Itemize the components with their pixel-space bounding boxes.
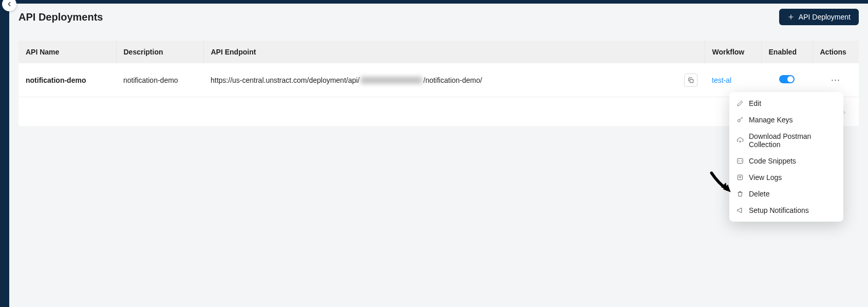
copy-endpoint-button[interactable]: [684, 74, 697, 87]
left-sidebar-collapsed: [0, 4, 9, 307]
trash-icon: [737, 190, 744, 197]
svg-rect-4: [738, 158, 743, 163]
endpoint-text: https://us-central.unstract.com/deployme…: [211, 76, 482, 84]
megaphone-icon: [737, 207, 744, 214]
page-content: API Deployments API Deployment API Name …: [9, 4, 868, 307]
cell-description: notification-demo: [116, 63, 203, 97]
endpoint-suffix: /notification-demo/: [423, 76, 482, 84]
menu-item-edit[interactable]: Edit: [729, 95, 843, 112]
page-title: API Deployments: [18, 11, 103, 23]
code-icon: [737, 157, 744, 165]
row-actions-button[interactable]: ···: [827, 73, 844, 87]
page-header: API Deployments API Deployment: [9, 4, 868, 30]
endpoint-redacted-org-id: [361, 77, 422, 84]
menu-item-view-logs[interactable]: View Logs: [729, 169, 843, 186]
menu-label-delete: Delete: [749, 190, 769, 198]
menu-label-code-snippets: Code Snippets: [749, 157, 796, 165]
edit-icon: [737, 100, 744, 107]
svg-rect-5: [738, 175, 742, 179]
menu-item-delete[interactable]: Delete: [729, 186, 843, 202]
row-actions-menu: Edit Manage Keys Download Postman Collec…: [729, 92, 843, 222]
menu-label-setup-notifications: Setup Notifications: [749, 206, 809, 214]
col-header-enabled: Enabled: [761, 41, 813, 63]
menu-item-setup-notifications[interactable]: Setup Notifications: [729, 202, 843, 219]
col-header-api-name: API Name: [18, 41, 116, 63]
workflow-link[interactable]: test-al: [712, 76, 731, 84]
col-header-actions: Actions: [813, 41, 859, 63]
menu-label-manage-keys: Manage Keys: [749, 116, 793, 124]
menu-label-view-logs: View Logs: [749, 173, 782, 182]
svg-point-3: [738, 119, 740, 122]
app-frame: API Deployments API Deployment API Name …: [0, 0, 868, 307]
logs-icon: [737, 174, 744, 181]
cloud-download-icon: [737, 137, 744, 144]
menu-label-edit: Edit: [749, 99, 761, 107]
col-header-workflow: Workflow: [705, 41, 761, 63]
menu-item-download-postman[interactable]: Download Postman Collection: [729, 128, 843, 153]
create-button-label: API Deployment: [799, 13, 851, 21]
svg-rect-2: [690, 79, 693, 82]
deployments-table: API Name Description API Endpoint Workfl…: [18, 41, 859, 97]
menu-item-manage-keys[interactable]: Manage Keys: [729, 112, 843, 128]
menu-label-download-postman: Download Postman Collection: [749, 132, 836, 149]
top-bar: [0, 0, 868, 4]
key-icon: [737, 116, 744, 123]
enabled-toggle[interactable]: [779, 75, 795, 83]
cell-endpoint: https://us-central.unstract.com/deployme…: [203, 63, 705, 97]
menu-item-code-snippets[interactable]: Code Snippets: [729, 153, 843, 169]
create-api-deployment-button[interactable]: API Deployment: [779, 9, 859, 25]
cell-api-name: notification-demo: [18, 63, 116, 97]
col-header-endpoint: API Endpoint: [203, 41, 705, 63]
col-header-description: Description: [116, 41, 203, 63]
endpoint-prefix: https://us-central.unstract.com/deployme…: [211, 76, 360, 84]
